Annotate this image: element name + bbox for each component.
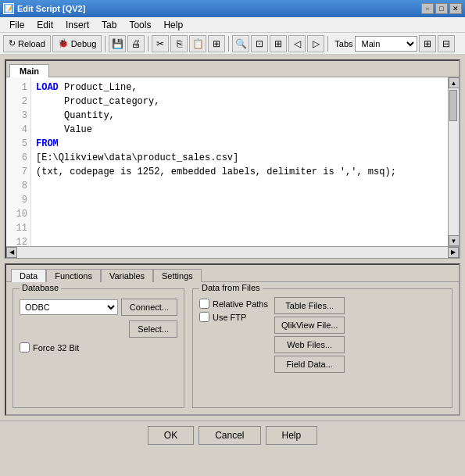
toolbar-separator-4 — [327, 36, 328, 52]
script-editor-area: 1 2 3 4 5 6 7 8 9 10 11 12 13 14 15 16 L… — [6, 77, 459, 246]
menu-insert[interactable]: Insert — [59, 18, 95, 32]
menu-edit[interactable]: Edit — [30, 18, 59, 32]
web-files-button[interactable]: Web Files... — [274, 336, 345, 353]
debug-button[interactable]: 🐞 Debug — [52, 35, 102, 52]
script-panel: Main 1 2 3 4 5 6 7 8 9 10 11 12 13 14 15… — [5, 59, 460, 259]
maximize-button[interactable]: □ — [435, 3, 448, 14]
title-bar: 📝 Edit Script [QV2] − □ ✕ — [0, 0, 465, 17]
find-next-button[interactable]: ⊡ — [251, 35, 268, 52]
main-content: Main 1 2 3 4 5 6 7 8 9 10 11 12 13 14 15… — [0, 55, 465, 421]
cut-button[interactable]: ✂ — [152, 35, 169, 52]
nav1-button[interactable]: ◁ — [288, 35, 306, 52]
files-row: Relative Paths Use FTP Table Files... Ql… — [199, 297, 445, 373]
qlikview-file-button[interactable]: QlikView File... — [274, 317, 345, 334]
bottom-tab-bar: Data Functions Variables Settings — [6, 265, 459, 282]
horizontal-scrollbar[interactable]: ◀ ▶ — [6, 246, 459, 257]
line-3: 3 — [6, 109, 30, 123]
replace-button[interactable]: ⊞ — [270, 35, 287, 52]
copy2-button[interactable]: ⊞ — [208, 35, 225, 52]
app-icon: 📝 — [3, 3, 14, 14]
line-10: 10 — [6, 207, 30, 221]
database-group-label: Database — [20, 283, 61, 292]
line-9: 9 — [6, 193, 30, 207]
scroll-thumb[interactable] — [449, 90, 457, 121]
close-button[interactable]: ✕ — [449, 3, 462, 14]
toolbar-separator-2 — [148, 36, 148, 52]
tab-functions[interactable]: Functions — [46, 269, 101, 282]
force32bit-checkbox[interactable] — [20, 342, 30, 353]
files-group-label: Data from Files — [199, 283, 263, 292]
file-buttons-col: Table Files... QlikView File... Web File… — [274, 297, 345, 373]
relative-paths-item: Relative Paths — [199, 299, 268, 309]
cancel-button[interactable]: Cancel — [199, 426, 260, 445]
line-11: 11 — [6, 221, 30, 235]
use-ftp-label: Use FTP — [213, 313, 246, 322]
code-editor[interactable]: LOAD Product_Line, Product_category, Qua… — [31, 77, 448, 246]
relative-paths-label: Relative Paths — [213, 299, 268, 309]
tabs-add-button[interactable]: ⊞ — [419, 35, 436, 52]
toolbar-separator-1 — [105, 36, 106, 52]
window-title: Edit Script [QV2] — [17, 4, 85, 13]
minimize-button[interactable]: − — [421, 3, 434, 14]
scroll-track[interactable] — [449, 88, 460, 235]
force32bit-label: Force 32 Bit — [33, 343, 79, 353]
menu-tools[interactable]: Tools — [123, 18, 157, 32]
reload-icon: ↻ — [9, 38, 16, 48]
bottom-panel: Data Functions Variables Settings Databa… — [5, 263, 460, 416]
line-8: 8 — [6, 179, 30, 193]
paste-button[interactable]: 📋 — [189, 35, 206, 52]
find-button[interactable]: 🔍 — [232, 35, 249, 52]
script-tab-main[interactable]: Main — [9, 64, 49, 77]
vertical-scrollbar[interactable]: ▲ ▼ — [448, 77, 459, 246]
data-from-files-group: Data from Files Relative Paths Use FTP — [192, 288, 452, 408]
relative-paths-checkbox[interactable] — [199, 299, 209, 309]
database-select[interactable]: ODBCOLE DB — [20, 299, 118, 315]
copy-button[interactable]: ⎘ — [170, 35, 188, 52]
menu-tab[interactable]: Tab — [95, 18, 123, 32]
scroll-up-arrow[interactable]: ▲ — [449, 77, 460, 88]
tab-data[interactable]: Data — [11, 269, 46, 282]
nav2-button[interactable]: ▷ — [307, 35, 324, 52]
db-select-row: ODBCOLE DB Connect... — [20, 299, 177, 316]
connect-button[interactable]: Connect... — [121, 299, 177, 316]
tabs-label: Tabs — [334, 39, 352, 48]
scroll-h-track[interactable] — [17, 247, 448, 258]
toolbar: ↻ Reload 🐞 Debug 💾 🖨 ✂ ⎘ 📋 ⊞ 🔍 ⊡ ⊞ ◁ ▷ T… — [0, 33, 465, 55]
line-12: 12 — [6, 235, 30, 246]
help-button[interactable]: Help — [266, 426, 318, 445]
line-5: 5 — [6, 137, 30, 151]
force32bit-row: Force 32 Bit — [20, 342, 177, 353]
save-button[interactable]: 💾 — [109, 35, 126, 52]
field-data-button[interactable]: Field Data... — [274, 356, 345, 373]
action-bar: OK Cancel Help — [0, 421, 465, 449]
print-button[interactable]: 🖨 — [127, 35, 145, 52]
db-select-btn-row: Select... — [20, 320, 177, 338]
bottom-content: Database ODBCOLE DB Connect... Select...… — [6, 282, 459, 414]
table-files-button[interactable]: Table Files... — [274, 297, 345, 314]
reload-button[interactable]: ↻ Reload — [3, 35, 51, 52]
use-ftp-checkbox[interactable] — [199, 312, 209, 322]
checkboxes-col: Relative Paths Use FTP — [199, 299, 268, 373]
menu-help[interactable]: Help — [157, 18, 189, 32]
toolbar-separator-3 — [228, 36, 229, 52]
script-tab-bar: Main — [6, 61, 459, 77]
window-controls: − □ ✕ — [421, 3, 462, 14]
scroll-down-arrow[interactable]: ▼ — [449, 235, 460, 246]
line-7: 7 — [6, 165, 30, 179]
line-1: 1 — [6, 81, 30, 95]
menu-file[interactable]: File — [3, 18, 30, 32]
database-group: Database ODBCOLE DB Connect... Select...… — [13, 288, 184, 408]
line-numbers: 1 2 3 4 5 6 7 8 9 10 11 12 13 14 15 16 — [6, 77, 31, 246]
select-button[interactable]: Select... — [129, 320, 177, 338]
line-2: 2 — [6, 95, 30, 109]
tab-variables[interactable]: Variables — [101, 269, 153, 282]
scroll-right-arrow[interactable]: ▶ — [448, 247, 459, 258]
tabs-dropdown[interactable]: Main — [355, 36, 417, 52]
line-4: 4 — [6, 123, 30, 137]
menu-bar: File Edit Insert Tab Tools Help — [0, 17, 465, 33]
tab-settings[interactable]: Settings — [153, 269, 202, 282]
scroll-left-arrow[interactable]: ◀ — [6, 247, 17, 258]
ok-button[interactable]: OK — [148, 426, 194, 445]
line-6: 6 — [6, 151, 30, 165]
tabs-remove-button[interactable]: ⊟ — [438, 35, 455, 52]
